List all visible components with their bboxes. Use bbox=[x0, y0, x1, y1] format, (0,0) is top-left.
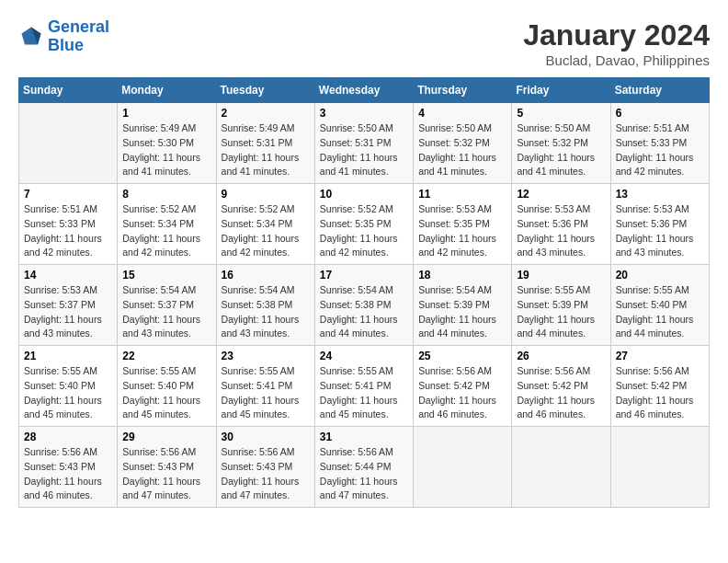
day-number: 6 bbox=[616, 107, 704, 120]
calendar-table: SundayMondayTuesdayWednesdayThursdayFrid… bbox=[18, 77, 710, 508]
day-number: 26 bbox=[517, 350, 605, 362]
day-number: 21 bbox=[24, 350, 112, 362]
day-number: 24 bbox=[320, 350, 408, 362]
day-info: Sunrise: 5:56 AMSunset: 5:43 PMDaylight:… bbox=[222, 445, 310, 503]
day-info: Sunrise: 5:50 AMSunset: 5:32 PMDaylight:… bbox=[517, 121, 605, 179]
day-info: Sunrise: 5:54 AMSunset: 5:37 PMDaylight:… bbox=[122, 283, 210, 341]
day-info: Sunrise: 5:55 AMSunset: 5:40 PMDaylight:… bbox=[122, 364, 210, 422]
calendar-cell: 13Sunrise: 5:53 AMSunset: 5:36 PMDayligh… bbox=[610, 184, 709, 265]
day-info: Sunrise: 5:51 AMSunset: 5:33 PMDaylight:… bbox=[24, 202, 112, 260]
day-info: Sunrise: 5:55 AMSunset: 5:39 PMDaylight:… bbox=[517, 283, 605, 341]
column-header-friday: Friday bbox=[512, 78, 610, 103]
day-number: 20 bbox=[616, 269, 704, 282]
day-number: 3 bbox=[320, 107, 408, 120]
page-header: General Blue January 2024 Buclad, Davao,… bbox=[18, 18, 710, 68]
day-info: Sunrise: 5:56 AMSunset: 5:43 PMDaylight:… bbox=[122, 445, 210, 503]
column-header-tuesday: Tuesday bbox=[216, 78, 314, 103]
column-header-wednesday: Wednesday bbox=[314, 78, 413, 103]
week-row-3: 14Sunrise: 5:53 AMSunset: 5:37 PMDayligh… bbox=[19, 265, 710, 346]
calendar-cell: 31Sunrise: 5:56 AMSunset: 5:44 PMDayligh… bbox=[314, 427, 413, 508]
day-info: Sunrise: 5:49 AMSunset: 5:30 PMDaylight:… bbox=[122, 121, 210, 179]
logo-text: General Blue bbox=[48, 18, 109, 55]
calendar-cell: 11Sunrise: 5:53 AMSunset: 5:35 PMDayligh… bbox=[414, 184, 512, 265]
day-info: Sunrise: 5:53 AMSunset: 5:35 PMDaylight:… bbox=[418, 202, 506, 260]
logo-icon bbox=[18, 24, 44, 50]
day-info: Sunrise: 5:54 AMSunset: 5:38 PMDaylight:… bbox=[222, 283, 310, 341]
day-number: 9 bbox=[222, 188, 310, 201]
day-number: 23 bbox=[222, 350, 310, 362]
calendar-cell: 17Sunrise: 5:54 AMSunset: 5:38 PMDayligh… bbox=[314, 265, 413, 346]
day-info: Sunrise: 5:56 AMSunset: 5:42 PMDaylight:… bbox=[517, 364, 605, 422]
calendar-cell: 23Sunrise: 5:55 AMSunset: 5:41 PMDayligh… bbox=[216, 346, 314, 427]
day-info: Sunrise: 5:53 AMSunset: 5:36 PMDaylight:… bbox=[517, 202, 605, 260]
day-info: Sunrise: 5:55 AMSunset: 5:41 PMDaylight:… bbox=[320, 364, 408, 422]
day-number: 25 bbox=[418, 350, 506, 362]
day-info: Sunrise: 5:56 AMSunset: 5:43 PMDaylight:… bbox=[24, 445, 112, 503]
calendar-cell: 8Sunrise: 5:52 AMSunset: 5:34 PMDaylight… bbox=[118, 184, 216, 265]
week-row-2: 7Sunrise: 5:51 AMSunset: 5:33 PMDaylight… bbox=[19, 184, 710, 265]
calendar-header: SundayMondayTuesdayWednesdayThursdayFrid… bbox=[19, 78, 710, 103]
calendar-subtitle: Buclad, Davao, Philippines bbox=[523, 52, 710, 68]
calendar-cell bbox=[610, 427, 709, 508]
day-number: 7 bbox=[24, 188, 112, 201]
calendar-cell bbox=[19, 103, 118, 184]
column-header-monday: Monday bbox=[118, 78, 216, 103]
day-info: Sunrise: 5:49 AMSunset: 5:31 PMDaylight:… bbox=[222, 121, 310, 179]
calendar-cell bbox=[512, 427, 610, 508]
calendar-cell: 5Sunrise: 5:50 AMSunset: 5:32 PMDaylight… bbox=[512, 103, 610, 184]
calendar-cell: 14Sunrise: 5:53 AMSunset: 5:37 PMDayligh… bbox=[19, 265, 118, 346]
calendar-cell: 19Sunrise: 5:55 AMSunset: 5:39 PMDayligh… bbox=[512, 265, 610, 346]
calendar-cell: 22Sunrise: 5:55 AMSunset: 5:40 PMDayligh… bbox=[118, 346, 216, 427]
day-info: Sunrise: 5:56 AMSunset: 5:44 PMDaylight:… bbox=[320, 445, 408, 503]
day-number: 19 bbox=[517, 269, 605, 282]
day-info: Sunrise: 5:52 AMSunset: 5:35 PMDaylight:… bbox=[320, 202, 408, 260]
day-number: 11 bbox=[418, 188, 506, 201]
day-number: 27 bbox=[616, 350, 704, 362]
day-number: 29 bbox=[122, 431, 210, 443]
week-row-1: 1Sunrise: 5:49 AMSunset: 5:30 PMDaylight… bbox=[19, 103, 710, 184]
week-row-5: 28Sunrise: 5:56 AMSunset: 5:43 PMDayligh… bbox=[19, 427, 710, 508]
calendar-cell: 10Sunrise: 5:52 AMSunset: 5:35 PMDayligh… bbox=[314, 184, 413, 265]
calendar-cell: 1Sunrise: 5:49 AMSunset: 5:30 PMDaylight… bbox=[118, 103, 216, 184]
logo-line2: Blue bbox=[48, 36, 84, 54]
day-info: Sunrise: 5:56 AMSunset: 5:42 PMDaylight:… bbox=[418, 364, 506, 422]
day-info: Sunrise: 5:53 AMSunset: 5:36 PMDaylight:… bbox=[616, 202, 704, 260]
logo: General Blue bbox=[18, 18, 109, 55]
column-header-saturday: Saturday bbox=[610, 78, 709, 103]
day-number: 10 bbox=[320, 188, 408, 201]
day-number: 2 bbox=[222, 107, 310, 120]
calendar-cell: 2Sunrise: 5:49 AMSunset: 5:31 PMDaylight… bbox=[216, 103, 314, 184]
calendar-cell: 3Sunrise: 5:50 AMSunset: 5:31 PMDaylight… bbox=[314, 103, 413, 184]
day-number: 31 bbox=[320, 431, 408, 443]
day-info: Sunrise: 5:52 AMSunset: 5:34 PMDaylight:… bbox=[222, 202, 310, 260]
week-row-4: 21Sunrise: 5:55 AMSunset: 5:40 PMDayligh… bbox=[19, 346, 710, 427]
calendar-cell: 16Sunrise: 5:54 AMSunset: 5:38 PMDayligh… bbox=[216, 265, 314, 346]
day-info: Sunrise: 5:56 AMSunset: 5:42 PMDaylight:… bbox=[616, 364, 704, 422]
calendar-cell: 26Sunrise: 5:56 AMSunset: 5:42 PMDayligh… bbox=[512, 346, 610, 427]
calendar-cell: 24Sunrise: 5:55 AMSunset: 5:41 PMDayligh… bbox=[314, 346, 413, 427]
column-header-thursday: Thursday bbox=[414, 78, 512, 103]
calendar-cell: 6Sunrise: 5:51 AMSunset: 5:33 PMDaylight… bbox=[610, 103, 709, 184]
day-number: 12 bbox=[517, 188, 605, 201]
calendar-cell: 29Sunrise: 5:56 AMSunset: 5:43 PMDayligh… bbox=[118, 427, 216, 508]
day-info: Sunrise: 5:50 AMSunset: 5:32 PMDaylight:… bbox=[418, 121, 506, 179]
calendar-title: January 2024 bbox=[523, 18, 710, 52]
day-number: 28 bbox=[24, 431, 112, 443]
day-number: 16 bbox=[222, 269, 310, 282]
calendar-cell: 12Sunrise: 5:53 AMSunset: 5:36 PMDayligh… bbox=[512, 184, 610, 265]
day-number: 1 bbox=[122, 107, 210, 120]
day-number: 18 bbox=[418, 269, 506, 282]
day-number: 4 bbox=[418, 107, 506, 120]
day-number: 22 bbox=[122, 350, 210, 362]
header-row: SundayMondayTuesdayWednesdayThursdayFrid… bbox=[19, 78, 710, 103]
day-info: Sunrise: 5:53 AMSunset: 5:37 PMDaylight:… bbox=[24, 283, 112, 341]
calendar-cell: 21Sunrise: 5:55 AMSunset: 5:40 PMDayligh… bbox=[19, 346, 118, 427]
calendar-cell: 9Sunrise: 5:52 AMSunset: 5:34 PMDaylight… bbox=[216, 184, 314, 265]
title-block: January 2024 Buclad, Davao, Philippines bbox=[523, 18, 710, 68]
calendar-cell: 15Sunrise: 5:54 AMSunset: 5:37 PMDayligh… bbox=[118, 265, 216, 346]
day-info: Sunrise: 5:50 AMSunset: 5:31 PMDaylight:… bbox=[320, 121, 408, 179]
day-info: Sunrise: 5:52 AMSunset: 5:34 PMDaylight:… bbox=[122, 202, 210, 260]
day-number: 13 bbox=[616, 188, 704, 201]
day-number: 14 bbox=[24, 269, 112, 282]
day-number: 30 bbox=[222, 431, 310, 443]
